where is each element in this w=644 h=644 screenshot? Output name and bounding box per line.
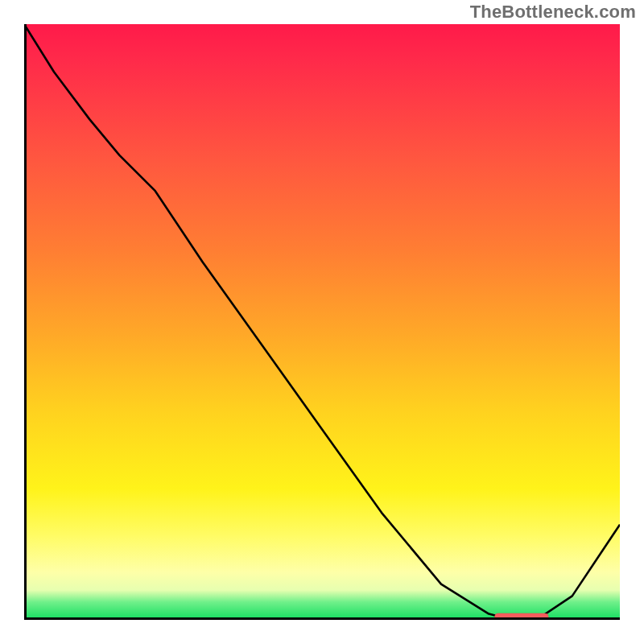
optimal-marker — [495, 613, 549, 620]
bottleneck-curve — [24, 24, 620, 620]
attribution-text: TheBottleneck.com — [470, 2, 636, 23]
curve-layer — [24, 24, 620, 620]
chart-container: TheBottleneck.com — [0, 0, 644, 644]
plot-area — [24, 24, 620, 620]
